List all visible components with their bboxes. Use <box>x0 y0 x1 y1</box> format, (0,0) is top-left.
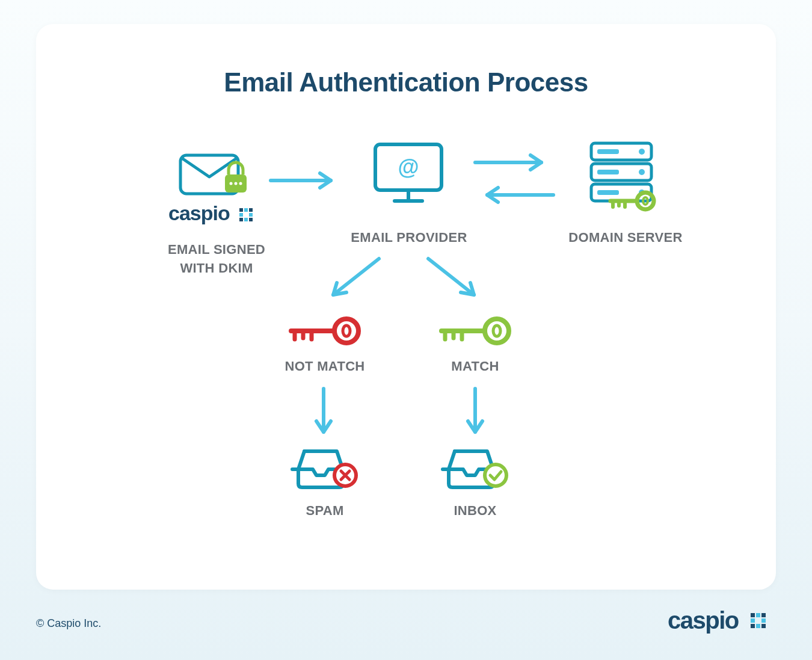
svg-rect-10 <box>249 213 253 217</box>
key-red-icon <box>283 313 367 349</box>
svg-point-53 <box>485 464 506 486</box>
svg-rect-7 <box>244 208 248 212</box>
svg-point-2 <box>230 182 233 185</box>
svg-line-37 <box>428 259 474 295</box>
svg-text:@: @ <box>398 155 419 179</box>
node-not-match: NOT MATCH <box>265 313 385 376</box>
key-green-icon <box>433 313 517 349</box>
arrow-right-2 <box>469 150 559 174</box>
svg-rect-6 <box>239 208 243 212</box>
label-match: MATCH <box>415 357 535 376</box>
svg-rect-58 <box>751 618 755 623</box>
server-key-icon <box>580 138 671 217</box>
svg-point-4 <box>239 182 242 185</box>
tray-check-icon <box>439 445 511 493</box>
arrow-down-1 <box>312 384 336 444</box>
svg-rect-22 <box>597 149 619 154</box>
label-spam: SPAM <box>271 502 379 520</box>
tray-x-icon <box>289 445 361 493</box>
monitor-at-icon: @ <box>367 138 451 211</box>
arrow-diag-left <box>319 253 391 307</box>
node-match: MATCH <box>415 313 535 376</box>
svg-rect-62 <box>761 624 766 628</box>
label-domain-server: DOMAIN SERVER <box>559 229 692 247</box>
label-inbox: INBOX <box>421 502 529 520</box>
svg-rect-60 <box>751 624 755 628</box>
svg-text:caspio: caspio <box>168 202 230 224</box>
arrow-right-1 <box>265 168 349 193</box>
node-inbox: INBOX <box>421 445 529 520</box>
label-email-signed: EMAIL SIGNED WITH DKIM <box>126 241 307 278</box>
svg-point-3 <box>235 182 238 185</box>
label-email-provider: EMAIL PROVIDER <box>349 229 469 247</box>
svg-point-26 <box>639 169 645 175</box>
svg-rect-28 <box>597 190 619 195</box>
svg-rect-55 <box>751 613 755 617</box>
footer-copyright: © Caspio Inc. <box>36 617 101 630</box>
node-spam: SPAM <box>271 445 379 520</box>
svg-rect-13 <box>249 218 253 221</box>
arrow-down-2 <box>463 384 487 444</box>
diagram-title: Email Authentication Process <box>36 67 776 97</box>
caspio-logo-inline: caspio <box>168 202 265 232</box>
svg-rect-56 <box>756 613 760 617</box>
svg-rect-57 <box>761 613 766 617</box>
node-domain-server: DOMAIN SERVER <box>559 138 692 247</box>
svg-rect-25 <box>597 170 619 174</box>
svg-point-23 <box>639 149 645 155</box>
node-email-signed: caspio EMAIL SIGNED WITH DKIM <box>126 144 307 278</box>
svg-rect-8 <box>249 208 253 212</box>
arrow-left-1 <box>469 183 559 207</box>
diagram-card: Email Authentication Process caspio <box>36 24 776 590</box>
svg-rect-61 <box>756 624 760 628</box>
arrow-diag-right <box>416 253 488 307</box>
svg-point-39 <box>343 325 350 336</box>
svg-line-36 <box>333 259 379 295</box>
svg-rect-11 <box>239 218 243 221</box>
svg-point-45 <box>493 325 500 336</box>
node-email-provider: @ EMAIL PROVIDER <box>349 138 469 247</box>
svg-text:caspio: caspio <box>668 607 739 634</box>
svg-point-38 <box>334 319 358 343</box>
svg-point-44 <box>485 319 509 343</box>
caspio-logo-footer: caspio <box>668 606 776 642</box>
svg-rect-59 <box>761 618 766 623</box>
svg-rect-12 <box>244 218 248 221</box>
svg-rect-9 <box>239 213 243 217</box>
label-not-match: NOT MATCH <box>265 357 385 376</box>
